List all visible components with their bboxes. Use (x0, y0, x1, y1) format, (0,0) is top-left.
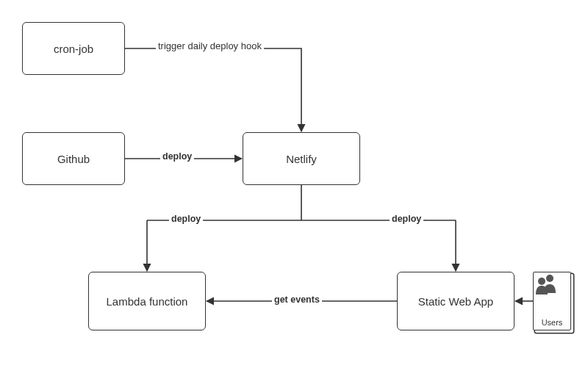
node-webapp-label: Static Web App (418, 295, 493, 308)
label-cron-to-netlify: trigger daily deploy hook (156, 40, 264, 51)
node-users-label: Users (542, 318, 563, 327)
svg-point-1 (538, 278, 545, 285)
node-cronjob: cron-job (22, 22, 125, 75)
label-webapp-to-lambda: get events (272, 294, 322, 305)
node-lambda: Lambda function (88, 272, 206, 330)
svg-point-0 (546, 275, 553, 282)
node-github: Github (22, 132, 125, 185)
node-netlify-label: Netlify (286, 153, 317, 165)
users-icon (534, 272, 560, 296)
edge-cron-to-netlify (125, 48, 301, 131)
label-github-to-netlify: deploy (160, 151, 194, 162)
label-netlify-to-lambda: deploy (169, 214, 203, 224)
node-webapp: Static Web App (397, 272, 514, 330)
node-github-label: Github (57, 153, 90, 165)
node-lambda-label: Lambda function (107, 295, 188, 308)
node-netlify: Netlify (243, 132, 360, 185)
label-netlify-to-webapp: deploy (390, 214, 423, 224)
node-users: Users (533, 272, 571, 330)
node-cronjob-label: cron-job (54, 43, 93, 55)
